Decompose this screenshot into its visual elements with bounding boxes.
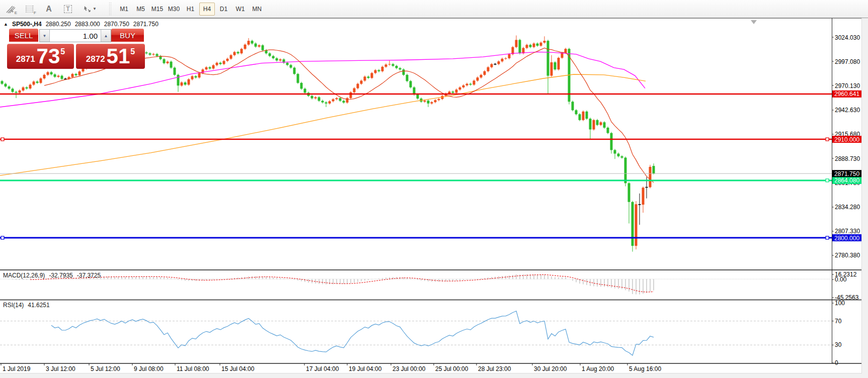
rsi-axis-tick: 30 <box>835 341 842 348</box>
window-bottom-edge <box>0 373 862 378</box>
chart-title: ▲ SP500-,H4 2880.2502883.0002870.7502871… <box>4 21 159 28</box>
chevron-down-icon: ▼ <box>93 7 97 11</box>
time-axis-label: 9 Jul 08:00 <box>134 365 164 372</box>
trading-terminal-window: E F A T ▼ M1M5M15M30H1H4D1W1MN <box>0 0 868 378</box>
timeframe-mn[interactable]: MN <box>249 3 265 16</box>
text-annotation-icon[interactable]: A <box>40 2 58 17</box>
axes-layer: 3024.0302997.0802970.1302942.6302915.680… <box>0 18 861 372</box>
buy-button[interactable]: BUY <box>111 29 144 42</box>
price-lines-layer <box>0 94 832 239</box>
price-axis-tick: 2942.630 <box>835 107 860 114</box>
timeframe-m5[interactable]: M5 <box>133 3 148 16</box>
toolbar: E F A T ▼ M1M5M15M30H1H4D1W1MN <box>0 0 868 18</box>
draw-lines-icon[interactable]: E <box>2 2 20 17</box>
time-axis-label: 5 Jul 12:00 <box>91 365 120 372</box>
rsi-label-row: RSI(14) 41.6251 <box>3 302 50 309</box>
sell-price-sup: 5 <box>60 47 65 56</box>
one-click-trade-panel: SELL ▼ 1.00 ▲ BUY 2871 73 5 2872 51 5 <box>7 29 145 69</box>
chart-shift-marker[interactable] <box>751 20 757 24</box>
buy-price-big: 51 <box>107 46 130 67</box>
price-axis-tick: 2997.080 <box>835 58 860 65</box>
rsi-axis-tick: 70 <box>835 318 842 325</box>
volume-decrease-button[interactable]: ▼ <box>40 30 50 42</box>
ohlc-high: 2883.000 <box>75 21 100 28</box>
cursor-tools-icon[interactable]: ▼ <box>78 2 101 17</box>
time-axis-label: 17 Jul 04:00 <box>306 365 339 372</box>
symbol-name: SP500-,H4 <box>12 21 42 28</box>
ohlc-close: 2871.750 <box>133 21 159 28</box>
line-anchor-handle[interactable] <box>826 138 829 141</box>
macd-label-row: MACD(12,26,9) -32.7935 -37.3725 <box>3 272 101 279</box>
macd-main-value: -32.7935 <box>49 272 72 279</box>
price-axis-tick: 2780.380 <box>835 252 860 259</box>
time-axis-label: 1 Jul 2019 <box>3 365 31 372</box>
rsi-label: RSI(14) <box>3 302 24 309</box>
fibonacci-grid-glyph <box>25 5 35 14</box>
time-axis-label: 19 Jul 04:00 <box>349 365 382 372</box>
icon-badge: F <box>34 11 36 15</box>
timeframe-w1[interactable]: W1 <box>232 3 248 16</box>
sell-price-big: 73 <box>37 46 60 67</box>
buy-price-sup: 5 <box>130 47 135 56</box>
sell-price-tile[interactable]: 2871 73 5 <box>7 44 74 69</box>
buy-price-tile[interactable]: 2872 51 5 <box>76 44 145 69</box>
price-line-label: 2800.000 <box>834 235 859 242</box>
text-label-icon[interactable]: T <box>59 2 77 17</box>
timeframe-m1[interactable]: M1 <box>116 3 132 16</box>
line-anchor-handle[interactable] <box>1 138 4 141</box>
rsi-value: 41.6251 <box>28 302 49 309</box>
rsi-axis-tick: 100 <box>835 300 845 307</box>
ohlc-low: 2870.750 <box>104 21 129 28</box>
time-axis-label: 25 Jul 00:00 <box>435 365 468 372</box>
chart-canvas[interactable]: 3024.0302997.0802970.1302942.6302915.680… <box>0 18 862 378</box>
timeframe-d1[interactable]: D1 <box>216 3 231 16</box>
price-axis-tick: 3024.030 <box>835 34 860 41</box>
sell-button[interactable]: SELL <box>9 29 38 42</box>
price-line-label: 2960.641 <box>834 90 859 98</box>
line-anchor-handle[interactable] <box>1 236 4 239</box>
time-axis-label: 23 Jul 00:00 <box>392 365 426 372</box>
ohlc-open: 2880.250 <box>46 21 71 28</box>
line-anchor-handle[interactable] <box>826 179 829 182</box>
cursor-arrows-glyph <box>83 5 92 13</box>
buy-price-small: 2872 <box>86 54 105 64</box>
macd-label: MACD(12,26,9) <box>3 272 45 279</box>
indicator-layer <box>0 274 832 355</box>
macd-axis-tick: 0.00 <box>835 276 847 283</box>
price-axis-tick: 2970.130 <box>835 82 860 89</box>
time-axis-label: 30 Jul 20:00 <box>534 365 567 372</box>
price-axis-tick: 2888.730 <box>835 155 860 162</box>
timeframe-m30[interactable]: M30 <box>166 3 182 16</box>
price-line-label: 2910.000 <box>834 136 859 143</box>
price-line-label: 2871.750 <box>834 170 859 177</box>
volume-value[interactable]: 1.00 <box>50 30 101 42</box>
text-a-glyph: A <box>46 5 52 14</box>
line-anchor-handle[interactable] <box>826 236 829 239</box>
volume-increase-button[interactable]: ▲ <box>101 30 111 42</box>
timeframe-h1[interactable]: H1 <box>183 3 198 16</box>
time-axis-label: 15 Jul 04:00 <box>221 365 255 372</box>
time-axis-label: 5 Aug 16:00 <box>629 365 661 372</box>
time-axis-label: 3 Jul 12:00 <box>46 365 75 372</box>
toolbar-drag-handle[interactable] <box>109 3 112 16</box>
price-axis-tick: 2807.330 <box>835 228 860 235</box>
price-line-label: 2864.080 <box>834 177 859 184</box>
background-layer <box>751 20 757 24</box>
time-axis-label: 1 Aug 20:00 <box>582 365 614 372</box>
macd-signal-value: -37.3725 <box>77 272 101 279</box>
timeframe-m15[interactable]: M15 <box>149 3 165 16</box>
timeframe-group: M1M5M15M30H1H4D1W1MN <box>116 3 265 16</box>
collapse-arrow-icon: ▲ <box>4 22 8 27</box>
fibonacci-grid-icon[interactable]: F <box>21 2 39 17</box>
rsi-axis-tick: 0 <box>835 359 838 366</box>
icon-badge: E <box>15 11 17 15</box>
time-axis-label: 28 Jul 23:00 <box>478 365 511 372</box>
sell-price-small: 2871 <box>16 54 35 64</box>
price-axis-tick: 2834.280 <box>835 204 860 211</box>
timeframe-h4[interactable]: H4 <box>199 3 215 16</box>
window-right-edge <box>861 18 868 378</box>
text-t-glyph: T <box>64 5 72 13</box>
time-axis-label: 11 Jul 08:00 <box>177 365 209 372</box>
volume-spinner: ▼ 1.00 ▲ <box>39 29 111 42</box>
